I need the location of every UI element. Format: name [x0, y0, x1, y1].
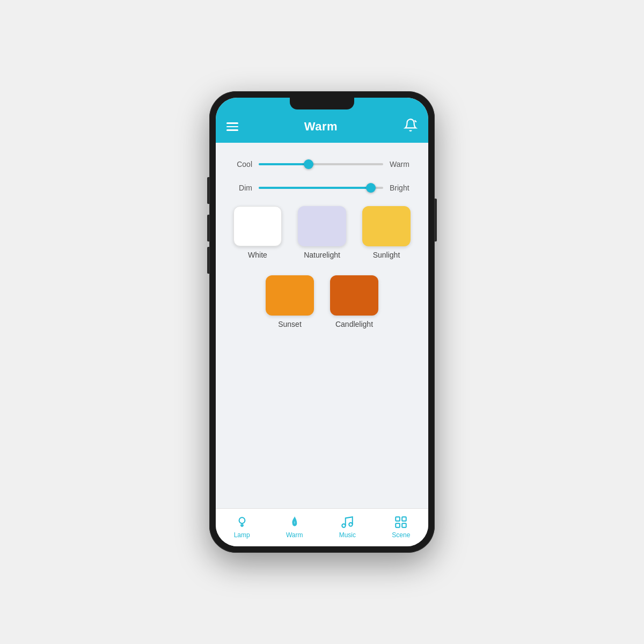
page-title: Warm: [304, 120, 338, 134]
notch: [290, 98, 354, 109]
svg-point-6: [349, 523, 353, 526]
flame-icon: [288, 515, 302, 529]
nav-label-scene: Scene: [392, 531, 410, 539]
bottom-nav: Lamp Warm Music: [216, 508, 428, 546]
scene-icon: [394, 515, 408, 529]
color-row-2: Sunset Candlelight: [232, 275, 412, 328]
app-header: Warm: [216, 114, 428, 143]
svg-point-1: [239, 517, 245, 523]
nav-item-lamp[interactable]: Lamp: [234, 515, 250, 539]
status-bar: [216, 98, 428, 114]
warm-label: Warm: [390, 160, 412, 169]
color-item-naturelight[interactable]: Naturelight: [298, 206, 346, 259]
naturelight-label: Naturelight: [304, 251, 340, 259]
sunlight-label: Sunlight: [373, 251, 400, 259]
nav-item-scene[interactable]: Scene: [392, 515, 410, 539]
color-row-1: White Naturelight Sunlight: [232, 206, 412, 259]
dim-bright-slider-wrapper: [259, 182, 383, 193]
color-item-sunset[interactable]: Sunset: [266, 275, 314, 328]
phone-frame: Warm Cool: [209, 91, 435, 553]
color-item-white[interactable]: White: [233, 206, 282, 259]
naturelight-swatch: [298, 206, 346, 246]
svg-rect-7: [396, 517, 400, 521]
phone-screen: Warm Cool: [216, 98, 428, 546]
nav-label-lamp: Lamp: [234, 531, 250, 539]
main-content: Cool Warm Dim: [216, 143, 428, 508]
sunset-swatch: [266, 275, 314, 316]
notifications-button[interactable]: [404, 118, 418, 135]
svg-rect-8: [402, 517, 406, 521]
nav-label-music: Music: [339, 531, 356, 539]
nav-item-music[interactable]: Music: [339, 515, 356, 539]
nav-label-warm: Warm: [286, 531, 303, 539]
nav-item-warm[interactable]: Warm: [286, 515, 303, 539]
svg-line-0: [415, 120, 416, 122]
white-label: White: [248, 251, 267, 259]
cool-label: Cool: [232, 160, 252, 169]
candlelight-swatch: [330, 275, 378, 316]
svg-point-5: [342, 524, 346, 528]
cool-warm-row: Cool Warm: [232, 159, 412, 170]
lamp-icon: [235, 515, 249, 529]
menu-button[interactable]: [226, 122, 238, 131]
color-grid: White Naturelight Sunlight Suns: [232, 206, 412, 328]
dim-label: Dim: [232, 184, 252, 192]
color-item-candlelight[interactable]: Candlelight: [330, 275, 378, 328]
cool-warm-slider-wrapper: [259, 159, 383, 170]
color-item-sunlight[interactable]: Sunlight: [362, 206, 411, 259]
svg-rect-10: [402, 523, 406, 528]
dim-bright-row: Dim Bright: [232, 182, 412, 193]
candlelight-label: Candlelight: [335, 320, 373, 328]
music-icon: [340, 515, 354, 529]
bright-label: Bright: [390, 184, 412, 192]
svg-rect-9: [396, 523, 400, 528]
sunset-label: Sunset: [278, 320, 302, 328]
white-swatch: [233, 206, 282, 246]
slider-section: Cool Warm Dim: [232, 159, 412, 193]
sunlight-swatch: [362, 206, 411, 246]
